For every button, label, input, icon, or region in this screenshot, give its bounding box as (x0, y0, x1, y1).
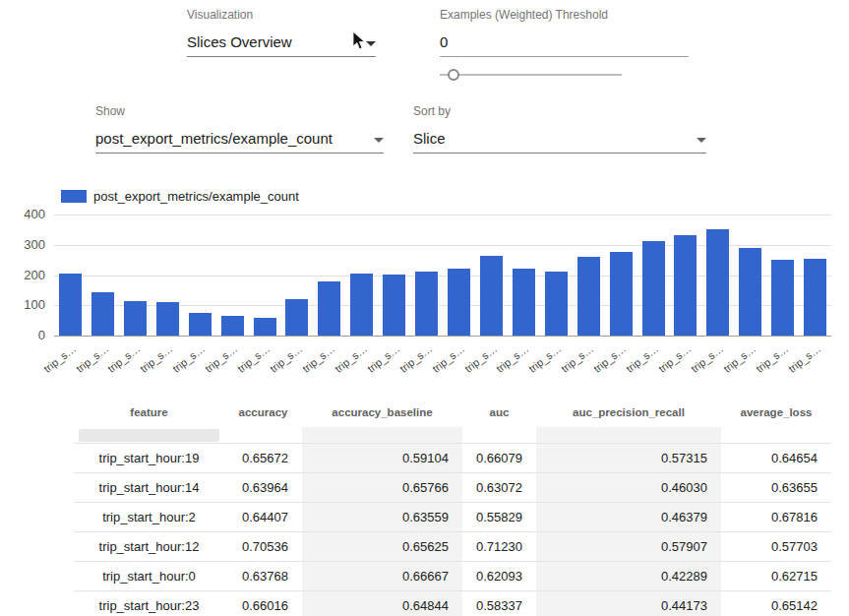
metric-cell: 0.62093 (462, 562, 536, 590)
bar[interactable] (480, 256, 503, 337)
bar[interactable] (674, 235, 697, 336)
x-axis-tick-label: trip_s… (559, 342, 595, 375)
x-axis-tick-label: trip_s… (721, 342, 758, 375)
x-axis-tick-label: trip_s… (41, 342, 78, 375)
slider-handle[interactable] (448, 69, 459, 81)
chevron-down-icon (366, 41, 376, 46)
sort-by-select[interactable]: Slice (413, 118, 706, 154)
x-axis-tick-label: trip_s… (689, 342, 725, 375)
visualization-select[interactable]: Slices Overview (187, 22, 376, 57)
threshold-slider[interactable] (440, 68, 622, 82)
bar[interactable] (415, 272, 438, 337)
column-header-accuracy_baseline[interactable]: accuracy_baseline (302, 406, 462, 418)
sort-by-value: Slice (413, 130, 446, 147)
bar[interactable] (124, 301, 147, 336)
bar[interactable] (577, 257, 600, 336)
chart-legend: post_export_metrics/example_count (61, 189, 299, 204)
bar[interactable] (513, 269, 535, 336)
metric-cell: 0.66667 (302, 562, 462, 590)
metric-cell: 0.65625 (302, 532, 462, 561)
x-axis-tick-label: trip_s… (74, 342, 110, 375)
table-row[interactable]: trip_start_hour:140.639640.657660.630720… (74, 472, 831, 502)
bar[interactable] (610, 252, 633, 336)
bar[interactable] (318, 281, 340, 336)
metric-cell: 0.63559 (302, 503, 462, 531)
threshold-control: Examples (Weighted) Threshold 0 (440, 8, 689, 57)
sort-by-control: Sort by Slice (413, 104, 706, 154)
slider-track (440, 74, 622, 76)
bar[interactable] (285, 299, 308, 336)
metric-cell: 0.57907 (536, 532, 721, 561)
metrics-table: featureaccuracyaccuracy_baselineaucauc_p… (74, 398, 831, 616)
bar[interactable] (706, 229, 729, 336)
threshold-value: 0 (440, 33, 448, 50)
metric-cell: 0.42289 (536, 562, 721, 590)
bar[interactable] (383, 275, 405, 336)
sort-by-label: Sort by (413, 104, 706, 118)
table-header-row: featureaccuracyaccuracy_baselineaucauc_p… (74, 398, 831, 427)
feature-cell: trip_start_hour:12 (74, 532, 224, 561)
bar[interactable] (350, 274, 373, 336)
show-select[interactable]: post_export_metrics/example_count (95, 118, 384, 154)
example-count-bar-chart: 0100200300400trip_s…trip_s…trip_s…trip_s… (0, 207, 849, 384)
filter-cell-auc (462, 427, 536, 443)
bar[interactable] (91, 292, 114, 336)
column-header-feature[interactable]: feature (74, 406, 224, 418)
filter-cell-accuracy (224, 427, 302, 443)
bar[interactable] (59, 274, 82, 336)
bar[interactable] (254, 318, 276, 336)
metric-cell: 0.65142 (721, 591, 831, 616)
bar[interactable] (642, 241, 665, 336)
metric-cell: 0.67816 (721, 503, 831, 531)
metric-cell: 0.64654 (721, 444, 831, 472)
metric-cell: 0.64407 (224, 503, 302, 531)
bar[interactable] (771, 260, 794, 337)
metric-cell: 0.63655 (721, 473, 831, 502)
show-value: post_export_metrics/example_count (95, 130, 333, 147)
bar[interactable] (545, 272, 568, 336)
metric-cell: 0.66079 (462, 444, 536, 472)
x-axis-tick-label: trip_s… (268, 342, 304, 375)
y-axis-tick-label: 400 (0, 207, 45, 222)
bar[interactable] (739, 248, 761, 336)
feature-cell: trip_start_hour:2 (74, 503, 224, 531)
metric-cell: 0.66016 (224, 591, 302, 616)
metric-cell: 0.63964 (224, 473, 302, 502)
bar[interactable] (804, 259, 826, 336)
bar[interactable] (156, 302, 179, 336)
filter-cell-feature (74, 427, 224, 443)
filter-cell-average_loss (721, 427, 831, 443)
table-row[interactable]: trip_start_hour:190.656720.591040.660790… (74, 443, 831, 472)
column-header-accuracy[interactable]: accuracy (224, 406, 302, 418)
bar[interactable] (448, 269, 470, 336)
x-axis-tick-label: trip_s… (462, 342, 499, 375)
bar[interactable] (189, 313, 212, 336)
table-row[interactable]: trip_start_hour:00.637680.666670.620930.… (74, 561, 831, 590)
x-axis-tick-label: trip_s… (430, 342, 466, 375)
x-axis-tick-label: trip_s… (624, 342, 660, 375)
metric-cell: 0.46030 (536, 473, 721, 502)
table-row[interactable]: trip_start_hour:20.644070.635590.558290.… (74, 502, 831, 531)
filter-cell-auc_precision_recall (536, 427, 721, 443)
table-filter-row (74, 427, 831, 443)
x-axis-tick-label: trip_s… (526, 342, 563, 375)
metric-cell: 0.71230 (462, 532, 536, 561)
y-axis-tick-label: 100 (0, 297, 45, 313)
visualization-control: Visualization Slices Overview (187, 8, 376, 57)
bar[interactable] (221, 316, 244, 336)
column-header-average_loss[interactable]: average_loss (721, 406, 831, 418)
x-axis-tick-label: trip_s… (203, 342, 239, 375)
legend-label: post_export_metrics/example_count (93, 189, 299, 204)
column-header-auc[interactable]: auc (462, 406, 536, 418)
gridline (54, 215, 831, 216)
metric-cell: 0.46379 (536, 503, 721, 531)
show-control: Show post_export_metrics/example_count (95, 104, 384, 154)
metric-cell: 0.65672 (224, 444, 302, 472)
gridline (54, 336, 831, 337)
feature-filter-input[interactable] (79, 429, 219, 442)
table-row[interactable]: trip_start_hour:120.705360.656250.712300… (74, 531, 831, 561)
column-header-auc_precision_recall[interactable]: auc_precision_recall (536, 406, 721, 418)
feature-cell: trip_start_hour:23 (74, 591, 224, 616)
threshold-input[interactable]: 0 (440, 22, 689, 57)
table-row[interactable]: trip_start_hour:230.660160.648440.583370… (74, 590, 831, 616)
